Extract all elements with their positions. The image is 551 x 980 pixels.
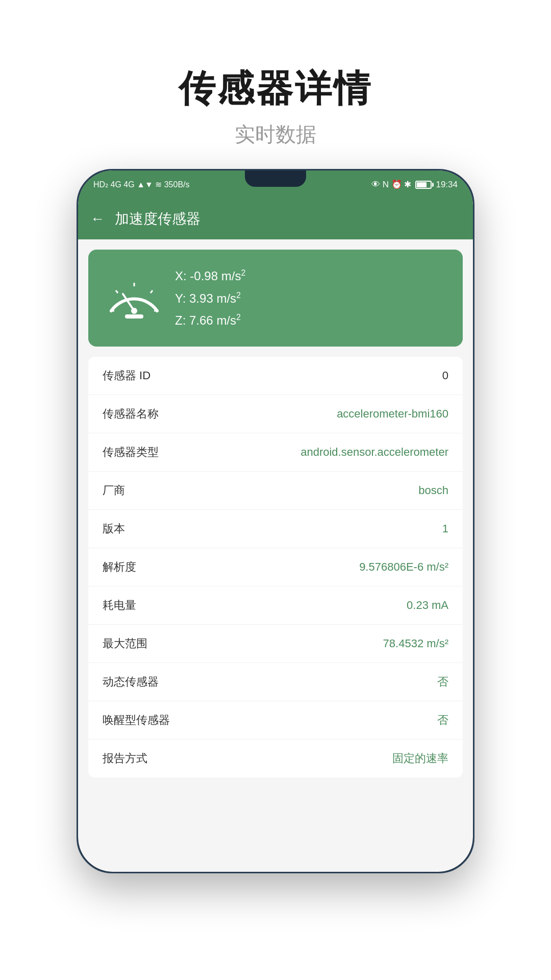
page-header: 传感器详情 实时数据 [179,66,372,149]
info-row: 动态传感器否 [88,663,463,701]
info-row: 最大范围78.4532 m/s² [88,625,463,663]
info-label: 最大范围 [103,636,147,651]
info-row: 传感器 ID0 [88,357,463,395]
battery-icon [415,181,432,189]
info-row: 传感器类型android.sensor.accelerometer [88,433,463,472]
info-label: 传感器名称 [103,406,159,422]
info-list: 传感器 ID0传感器名称accelerometer-bmi160传感器类型and… [88,357,463,777]
info-label: 传感器 ID [103,368,151,383]
info-value: android.sensor.accelerometer [300,446,448,459]
info-value: 否 [437,674,448,690]
info-label: 版本 [103,521,125,536]
status-time: 19:34 [436,180,458,190]
page-subtitle: 实时数据 [179,120,372,149]
phone-mockup: HD₂ 4G 4G ▲▼ ≋ 350B/s 👁 N ⏰ ✱ 19:34 ← 加速… [77,169,474,873]
info-row: 厂商bosch [88,472,463,510]
back-button[interactable]: ← [90,211,105,227]
info-row: 版本1 [88,510,463,548]
info-label: 动态传感器 [103,674,159,690]
status-left: HD₂ 4G 4G ▲▼ ≋ 350B/s [93,180,190,189]
info-label: 解析度 [103,559,136,575]
sensor-z-value: Z: 7.66 m/s2 [175,309,245,331]
info-value: bosch [418,484,448,497]
sensor-card: X: -0.98 m/s2 Y: 3.93 m/s2 Z: 7.66 m/s2 [88,250,463,347]
status-icons: HD₂ 4G 4G ▲▼ ≋ 350B/s [93,180,190,189]
svg-line-4 [151,290,153,293]
sensor-x-value: X: -0.98 m/s2 [175,265,245,287]
sensor-y-value: Y: 3.93 m/s2 [175,287,245,309]
gauge-icon [104,273,165,324]
info-row: 解析度9.576806E-6 m/s² [88,548,463,586]
app-bar-title: 加速度传感器 [115,209,201,229]
svg-line-3 [116,290,118,293]
info-row: 传感器名称accelerometer-bmi160 [88,395,463,433]
info-value: 否 [437,713,448,728]
status-right: 👁 N ⏰ ✱ 19:34 [371,179,458,190]
app-bar: ← 加速度传感器 [78,199,473,239]
info-value: 0.23 mA [407,599,448,612]
info-row: 耗电量0.23 mA [88,586,463,625]
sensor-values: X: -0.98 m/s2 Y: 3.93 m/s2 Z: 7.66 m/s2 [175,265,245,331]
page-title: 传感器详情 [179,66,372,110]
battery-fill [417,182,426,187]
info-label: 报告方式 [103,751,147,766]
info-value: 固定的速率 [392,751,448,766]
svg-rect-7 [125,314,143,318]
info-label: 传感器类型 [103,445,159,460]
info-row: 报告方式固定的速率 [88,740,463,777]
phone-screen: HD₂ 4G 4G ▲▼ ≋ 350B/s 👁 N ⏰ ✱ 19:34 ← 加速… [78,170,473,872]
info-value: 0 [442,369,448,382]
info-value: 9.576806E-6 m/s² [359,560,448,574]
info-label: 唤醒型传感器 [103,713,170,728]
info-label: 耗电量 [103,598,136,613]
svg-point-6 [131,308,137,314]
info-label: 厂商 [103,483,125,498]
status-misc-icons: 👁 N ⏰ ✱ [371,179,411,190]
info-value: 78.4532 m/s² [383,637,448,650]
info-value: 1 [442,522,448,535]
info-row: 唤醒型传感器否 [88,701,463,740]
info-value: accelerometer-bmi160 [337,407,448,421]
phone-notch [245,170,306,187]
